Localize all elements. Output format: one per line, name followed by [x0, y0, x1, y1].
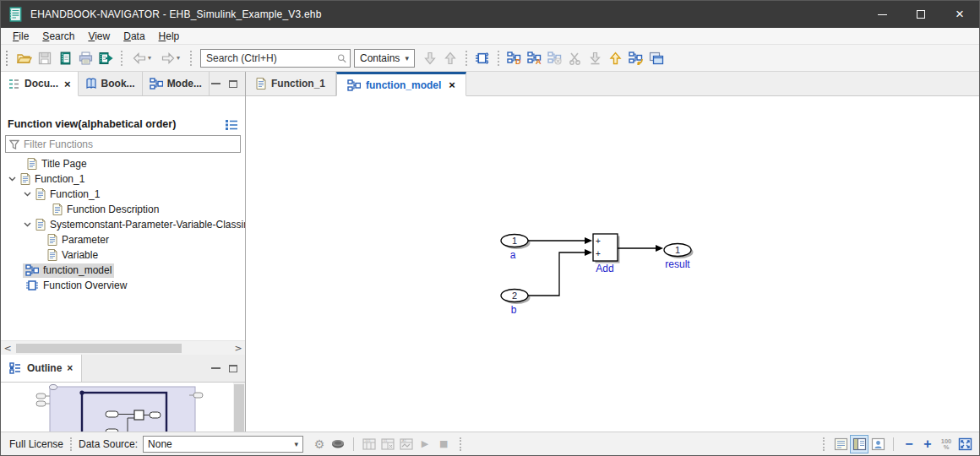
tab-outline[interactable]: Outline × [1, 355, 82, 382]
experiment-window-button[interactable]: A1 [397, 435, 416, 453]
open-handbook-button[interactable] [55, 48, 75, 68]
model-view-button[interactable] [472, 48, 493, 68]
save-button[interactable] [35, 48, 55, 68]
disc-icon [331, 439, 345, 449]
tree-item-function-description[interactable]: Function Description [1, 202, 245, 217]
goto-application-button[interactable]: A [525, 48, 545, 68]
simulink-diagram: 1 2 1 + + a b Add result [246, 96, 979, 432]
data-source-settings-button[interactable]: ⚙ [310, 435, 329, 453]
tab-close-icon[interactable]: × [449, 79, 455, 91]
menu-file[interactable]: File [6, 29, 35, 44]
tree-item-parameter[interactable]: Parameter [1, 232, 245, 247]
contact-view-button[interactable] [868, 435, 887, 453]
gear-icon: ⚙ [314, 437, 325, 451]
outline-vertical-scrollbar[interactable] [233, 383, 245, 432]
tab-close-icon[interactable]: × [67, 362, 73, 374]
tree-item-function-model[interactable]: function_model [1, 263, 245, 278]
tab-models[interactable]: Mode... [143, 72, 210, 95]
split-view-button[interactable] [850, 435, 868, 453]
model-canvas[interactable]: 1 2 1 + + a b Add result [246, 96, 979, 432]
tree-item-systemconstant[interactable]: Systemconstant-Parameter-Variable-Classi… [1, 217, 245, 232]
function-tree: Title Page Function_1 Function_1 [1, 153, 245, 291]
back-to-block-button[interactable] [626, 48, 646, 68]
tab-close-icon[interactable]: × [64, 78, 71, 90]
status-separator [70, 437, 72, 451]
zoom-out-button[interactable]: − [900, 435, 918, 453]
data-source-dropdown[interactable]: None ▾ [143, 436, 303, 453]
panel-maximize-icon[interactable] [229, 80, 237, 88]
tree-item-function-overview[interactable]: Function Overview [1, 278, 245, 291]
connector-button[interactable] [565, 48, 585, 68]
tree-item-function-1-child[interactable]: Function_1 [1, 187, 245, 202]
back-button[interactable]: ▾ [128, 48, 156, 68]
minimap-thumbnail[interactable] [1, 383, 234, 432]
single-view-button[interactable] [831, 435, 850, 453]
menu-data[interactable]: Data [117, 29, 151, 44]
close-icon: × [956, 6, 964, 23]
block-application-icon: A [527, 52, 542, 65]
find-next-button[interactable] [420, 48, 440, 68]
tree-item-label: Function Description [67, 204, 159, 215]
data-disc-button[interactable] [329, 435, 347, 453]
menu-search[interactable]: Search [35, 29, 81, 44]
document-view-icon [834, 437, 848, 451]
stop-measurement-button[interactable]: ■ [434, 435, 453, 453]
open-button[interactable] [14, 48, 35, 68]
inport-2-number: 2 [512, 290, 517, 301]
outline-minimap[interactable] [1, 383, 245, 432]
fit-to-screen-button[interactable] [956, 435, 974, 453]
panel-maximize-icon[interactable] [229, 365, 237, 372]
tree-item-title-page[interactable]: Title Page [1, 156, 245, 171]
scroll-left-icon[interactable]: < [1, 343, 14, 354]
app-icon [8, 7, 24, 22]
svg-text:01: 01 [384, 438, 388, 442]
scrollbar-thumb[interactable] [234, 384, 244, 432]
block-remove-disabled-icon [547, 52, 563, 65]
zoom-in-button[interactable]: + [918, 435, 937, 453]
expander-chevron-icon [24, 192, 31, 197]
measure-window-button[interactable]: 101 [360, 435, 378, 453]
start-measurement-button[interactable]: ▶ [416, 435, 434, 453]
search-input[interactable] [206, 52, 337, 64]
filter-functions-input[interactable] [24, 138, 237, 150]
zoom-reset-button[interactable]: 100% [937, 435, 956, 453]
forward-button[interactable]: ▾ [156, 48, 185, 68]
view-menu-icon[interactable] [225, 119, 238, 130]
model-icon [25, 264, 39, 276]
menu-help[interactable]: Help [152, 29, 187, 44]
tree-horizontal-scrollbar[interactable]: < > [1, 340, 245, 355]
tree-item-variable[interactable]: Variable [1, 247, 245, 263]
layout-windows-button[interactable] [646, 48, 667, 68]
outport-label: result [665, 258, 690, 270]
scroll-right-icon[interactable]: > [231, 343, 245, 354]
minimize-icon [878, 14, 887, 15]
forward-dropdown-icon[interactable]: ▾ [177, 54, 180, 62]
panel-minimize-icon[interactable] [211, 83, 220, 84]
tree-item-function-1[interactable]: Function_1 [1, 171, 245, 187]
remove-block-button[interactable] [545, 48, 565, 68]
inport-1-number: 1 [512, 236, 517, 246]
scrollbar-thumb[interactable] [16, 344, 182, 353]
back-dropdown-icon[interactable]: ▾ [148, 54, 151, 62]
panel-minimize-icon[interactable] [211, 367, 220, 369]
expander-chevron-icon [8, 176, 16, 182]
contains-dropdown[interactable]: Contains ▾ [354, 49, 415, 68]
close-button[interactable]: × [940, 1, 979, 28]
print-button[interactable] [75, 48, 95, 68]
contains-label: Contains [360, 52, 400, 64]
status-separator [893, 437, 894, 451]
tab-function-1[interactable]: Function_1 [246, 72, 336, 95]
tab-function-model[interactable]: function_model × [336, 72, 466, 96]
maximize-button[interactable] [901, 1, 940, 28]
minimize-button[interactable] [863, 1, 901, 28]
menu-view[interactable]: View [81, 29, 117, 44]
export-handbook-button[interactable] [95, 48, 116, 68]
export-up-button[interactable] [606, 48, 626, 68]
calibration-window-button[interactable]: 01 [378, 435, 397, 453]
import-button[interactable] [585, 48, 606, 68]
goto-definition-button[interactable]: D [504, 48, 525, 68]
tab-bookmarks[interactable]: Book... [79, 72, 143, 95]
find-previous-button[interactable] [440, 48, 460, 68]
tab-documentation[interactable]: Docu... × [1, 72, 79, 96]
tree-item-label: Systemconstant-Parameter-Variable-Classi… [50, 219, 245, 231]
